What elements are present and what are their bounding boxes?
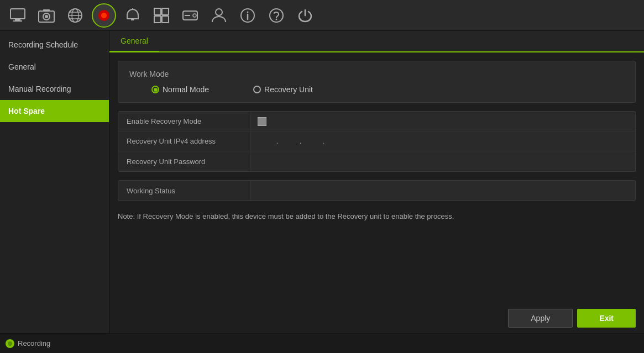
svg-rect-16 xyxy=(154,8,161,15)
status-indicator-inner xyxy=(8,341,12,346)
sidebar-item-manual-recording[interactable]: Manual Recording xyxy=(0,78,109,100)
sidebar-item-general[interactable]: General xyxy=(0,56,109,78)
note-text: Note: If Recovery Mode is enabled, this … xyxy=(118,209,636,223)
content-body: Work Mode Normal Mode Recovery Unit xyxy=(109,52,644,303)
work-mode-title: Work Mode xyxy=(129,70,624,78)
help-icon[interactable] xyxy=(264,3,289,28)
field-row-enable-recovery: Enable Recovery Mode xyxy=(118,112,635,131)
work-mode-section: Work Mode Normal Mode Recovery Unit xyxy=(118,61,636,103)
field-value-password[interactable] xyxy=(251,151,635,171)
camera-icon[interactable] xyxy=(34,3,59,28)
svg-rect-14 xyxy=(131,19,134,20)
svg-point-28 xyxy=(276,18,278,20)
radio-normal-mode-label: Normal Mode xyxy=(163,85,209,94)
toolbar xyxy=(0,0,644,31)
action-buttons: Apply Exit xyxy=(109,303,644,333)
bottom-status-text: Recording xyxy=(18,339,50,347)
alarm-icon[interactable] xyxy=(121,3,145,28)
field-row-password: Recovery Unit Password xyxy=(118,151,635,171)
monitor-icon[interactable] xyxy=(6,3,30,28)
svg-point-13 xyxy=(101,13,107,18)
svg-point-5 xyxy=(45,15,48,18)
exit-button[interactable]: Exit xyxy=(577,309,636,328)
field-value-ipv4[interactable]: . . . xyxy=(251,131,635,151)
working-status-row: Working Status xyxy=(118,181,635,201)
ipv4-display[interactable]: . . . xyxy=(258,137,343,145)
fields-section: Enable Recovery Mode Recovery Unit IPv4 … xyxy=(118,111,636,172)
field-value-enable-recovery[interactable] xyxy=(251,112,635,131)
svg-rect-19 xyxy=(162,16,169,23)
record-icon[interactable] xyxy=(92,3,116,28)
power-icon[interactable] xyxy=(293,3,317,28)
status-indicator xyxy=(6,339,14,348)
main-layout: Recording Schedule General Manual Record… xyxy=(0,31,644,333)
network-icon[interactable] xyxy=(63,3,87,28)
field-label-ipv4: Recovery Unit IPv4 address xyxy=(118,131,251,151)
bottom-bar: Recording xyxy=(0,333,644,353)
field-row-ipv4: Recovery Unit IPv4 address . . . xyxy=(118,131,635,151)
svg-rect-1 xyxy=(15,19,20,20)
svg-rect-18 xyxy=(154,16,161,23)
field-label-password: Recovery Unit Password xyxy=(118,151,251,171)
field-label-enable-recovery: Enable Recovery Mode xyxy=(118,112,251,131)
checkbox-enable-recovery[interactable] xyxy=(258,117,266,126)
apply-button[interactable]: Apply xyxy=(508,309,573,328)
sidebar-item-hot-spare[interactable]: Hot Spare xyxy=(0,100,109,122)
working-status-value xyxy=(251,181,635,201)
hdd-icon[interactable] xyxy=(178,3,202,28)
content-area: General Work Mode Normal Mode Recovery U… xyxy=(109,31,644,333)
working-status-section: Working Status xyxy=(118,180,636,201)
sidebar: Recording Schedule General Manual Record… xyxy=(0,31,109,333)
work-mode-radio-group: Normal Mode Recovery Unit xyxy=(129,85,624,94)
tab-bar: General xyxy=(109,31,644,52)
radio-recovery-unit-indicator xyxy=(253,86,261,93)
radio-normal-mode-indicator xyxy=(151,86,159,93)
svg-point-26 xyxy=(247,11,249,13)
password-input[interactable] xyxy=(258,157,629,166)
svg-rect-2 xyxy=(13,20,22,22)
svg-rect-6 xyxy=(43,9,50,12)
svg-rect-17 xyxy=(162,8,169,15)
radio-recovery-unit[interactable]: Recovery Unit xyxy=(253,85,313,94)
radio-recovery-unit-label: Recovery Unit xyxy=(264,85,313,94)
working-status-label: Working Status xyxy=(118,181,251,201)
radio-normal-mode[interactable]: Normal Mode xyxy=(151,85,209,94)
sidebar-item-recording-schedule[interactable]: Recording Schedule xyxy=(0,34,109,56)
tab-general[interactable]: General xyxy=(109,31,159,52)
grid-icon[interactable] xyxy=(149,3,174,28)
svg-point-23 xyxy=(216,9,222,15)
info-icon[interactable] xyxy=(235,3,260,28)
svg-rect-0 xyxy=(11,9,25,19)
user-icon[interactable] xyxy=(207,3,231,28)
